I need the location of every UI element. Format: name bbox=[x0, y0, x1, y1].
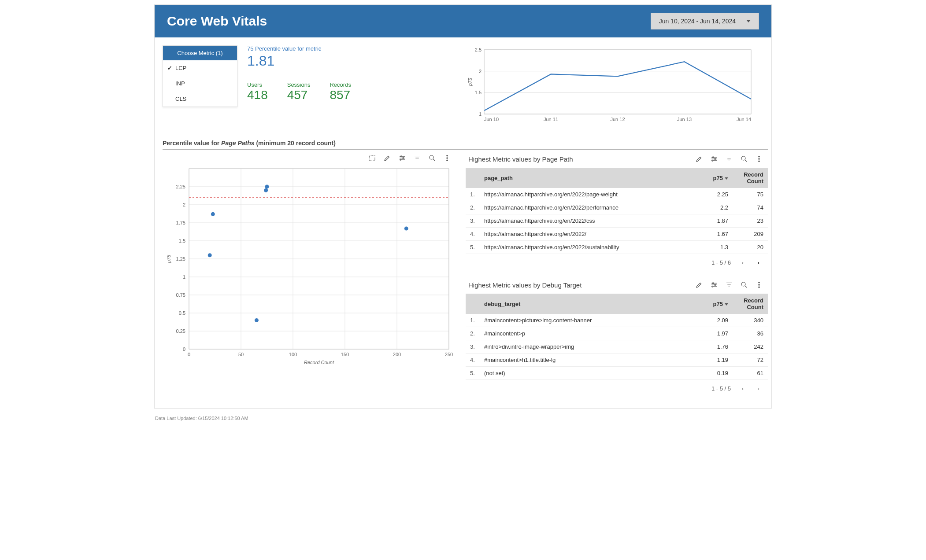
section-heading-em: Page Paths bbox=[221, 140, 254, 147]
svg-text:200: 200 bbox=[393, 352, 401, 357]
table-row[interactable]: 4.https://almanac.httparchive.org/en/202… bbox=[466, 228, 768, 241]
svg-point-61 bbox=[208, 253, 212, 257]
trend-chart: 11.522.5Jun 10Jun 11Jun 12Jun 13Jun 14p7… bbox=[467, 45, 768, 125]
svg-text:1.25: 1.25 bbox=[176, 256, 185, 262]
kpi-sessions-label: Sessions bbox=[287, 81, 311, 88]
metric-option-cls[interactable]: CLS bbox=[163, 91, 237, 107]
svg-point-22 bbox=[447, 160, 448, 161]
page-table-toolbar bbox=[695, 153, 765, 165]
section-heading: Percentile value for Page Paths (minimum… bbox=[163, 140, 768, 147]
svg-text:1.5: 1.5 bbox=[179, 238, 185, 243]
svg-text:1.5: 1.5 bbox=[475, 90, 482, 95]
svg-text:Record Count: Record Count bbox=[304, 360, 334, 365]
svg-rect-14 bbox=[484, 50, 751, 114]
section-heading-suffix: (minimum 20 record count) bbox=[255, 140, 336, 147]
zoom-icon[interactable] bbox=[740, 155, 748, 163]
more-icon[interactable] bbox=[755, 155, 763, 163]
edit-icon[interactable] bbox=[383, 154, 392, 162]
svg-text:2: 2 bbox=[183, 202, 185, 207]
header: Core Web Vitals Jun 10, 2024 - Jun 14, 2… bbox=[155, 5, 771, 37]
pager-prev[interactable]: ‹ bbox=[739, 258, 747, 266]
svg-point-76 bbox=[759, 282, 759, 283]
pager-next[interactable]: › bbox=[755, 384, 763, 392]
svg-point-59 bbox=[211, 212, 215, 216]
filter-icon[interactable] bbox=[725, 280, 733, 289]
debug-target-table: debug_target p75 Record Count 1.#maincon… bbox=[466, 294, 768, 380]
table-row[interactable]: 1.#maincontent>picture>img.content-banne… bbox=[466, 314, 768, 327]
svg-text:2: 2 bbox=[479, 69, 482, 74]
table-row[interactable]: 1.https://almanac.httparchive.org/en/202… bbox=[466, 188, 768, 201]
kpi-records-value: 857 bbox=[330, 88, 351, 102]
more-icon[interactable] bbox=[443, 154, 452, 162]
section-heading-prefix: Percentile value for bbox=[163, 140, 221, 147]
zoom-icon[interactable] bbox=[428, 154, 437, 162]
col-count[interactable]: Record Count bbox=[733, 294, 768, 314]
svg-point-19 bbox=[430, 155, 433, 159]
debug-target-table-block: Highest Metric values by Debug Target bbox=[466, 278, 768, 394]
svg-point-60 bbox=[404, 227, 408, 231]
tune-icon[interactable] bbox=[398, 154, 407, 162]
select-icon[interactable] bbox=[368, 154, 377, 162]
tune-icon[interactable] bbox=[710, 155, 719, 163]
debug-table-pager: 1 - 5 / 5 ‹ › bbox=[466, 380, 768, 394]
svg-text:Jun 14: Jun 14 bbox=[737, 117, 751, 122]
table-row[interactable]: 4.#maincontent>h1.title.title-lg1.1972 bbox=[466, 354, 768, 367]
col-target[interactable]: debug_target bbox=[480, 294, 689, 314]
edit-icon[interactable] bbox=[695, 155, 704, 163]
date-range-picker[interactable]: Jun 10, 2024 - Jun 14, 2024 bbox=[651, 13, 759, 29]
edit-icon[interactable] bbox=[695, 280, 704, 289]
svg-text:0.25: 0.25 bbox=[176, 328, 185, 334]
page-path-table-block: Highest Metric values by Page Path bbox=[466, 152, 768, 268]
metric-option-inp[interactable]: INP bbox=[163, 76, 237, 91]
svg-point-68 bbox=[741, 156, 745, 160]
metric-option-lcp[interactable]: LCP bbox=[163, 60, 237, 76]
pager-next[interactable]: › bbox=[755, 258, 763, 266]
kpi-sessions: Sessions 457 bbox=[287, 81, 311, 102]
svg-text:2.25: 2.25 bbox=[176, 184, 185, 189]
page-table-pager: 1 - 5 / 6 ‹ › bbox=[466, 254, 768, 268]
page-title: Core Web Vitals bbox=[167, 14, 267, 29]
svg-point-20 bbox=[447, 155, 448, 156]
svg-text:250: 250 bbox=[445, 352, 453, 357]
svg-text:150: 150 bbox=[341, 352, 349, 357]
table-row[interactable]: 2.https://almanac.httparchive.org/en/202… bbox=[466, 201, 768, 214]
col-path[interactable]: page_path bbox=[480, 168, 696, 188]
footer-updated: Data Last Updated: 6/15/2024 10:12:50 AM bbox=[154, 413, 772, 422]
table-row[interactable]: 5.https://almanac.httparchive.org/en/202… bbox=[466, 241, 768, 254]
svg-point-70 bbox=[759, 158, 759, 159]
col-p75[interactable]: p75 bbox=[689, 294, 733, 314]
pager-range: 1 - 5 / 5 bbox=[711, 385, 731, 392]
svg-text:1.75: 1.75 bbox=[176, 220, 185, 225]
svg-text:Jun 10: Jun 10 bbox=[484, 117, 499, 122]
svg-text:0: 0 bbox=[183, 346, 185, 352]
svg-text:1: 1 bbox=[479, 111, 482, 117]
table-row[interactable]: 3.#intro>div.intro-image-wrapper>img1.76… bbox=[466, 340, 768, 354]
kpi-records: Records 857 bbox=[330, 81, 351, 102]
svg-point-77 bbox=[759, 284, 759, 285]
col-p75[interactable]: p75 bbox=[696, 168, 733, 188]
kpi-p75-value: 1.81 bbox=[247, 53, 453, 69]
svg-text:Jun 11: Jun 11 bbox=[544, 117, 558, 122]
svg-point-71 bbox=[759, 161, 759, 162]
debug-table-toolbar bbox=[695, 279, 765, 291]
svg-rect-15 bbox=[370, 155, 375, 161]
table-row[interactable]: 3.https://almanac.httparchive.org/en/202… bbox=[466, 214, 768, 228]
table-row[interactable]: 2.#maincontent>p1.9736 bbox=[466, 327, 768, 340]
pager-prev[interactable]: ‹ bbox=[739, 384, 747, 392]
svg-text:0.5: 0.5 bbox=[179, 310, 185, 316]
kpi-block: 75 Percentile value for metric 1.81 User… bbox=[247, 45, 453, 107]
zoom-icon[interactable] bbox=[740, 280, 748, 289]
scatter-toolbar bbox=[163, 152, 453, 164]
date-range-label: Jun 10, 2024 - Jun 14, 2024 bbox=[659, 18, 736, 25]
kpi-users-label: Users bbox=[247, 81, 268, 88]
filter-icon[interactable] bbox=[413, 154, 422, 162]
more-icon[interactable] bbox=[755, 280, 763, 289]
table-row[interactable]: 5.(not set)0.1961 bbox=[466, 367, 768, 380]
svg-text:100: 100 bbox=[289, 352, 297, 357]
tune-icon[interactable] bbox=[710, 280, 719, 289]
kpi-users-value: 418 bbox=[247, 88, 268, 102]
col-count[interactable]: Record Count bbox=[733, 168, 768, 188]
svg-text:Jun 12: Jun 12 bbox=[610, 117, 625, 122]
filter-icon[interactable] bbox=[725, 155, 733, 163]
section-divider bbox=[163, 149, 768, 150]
